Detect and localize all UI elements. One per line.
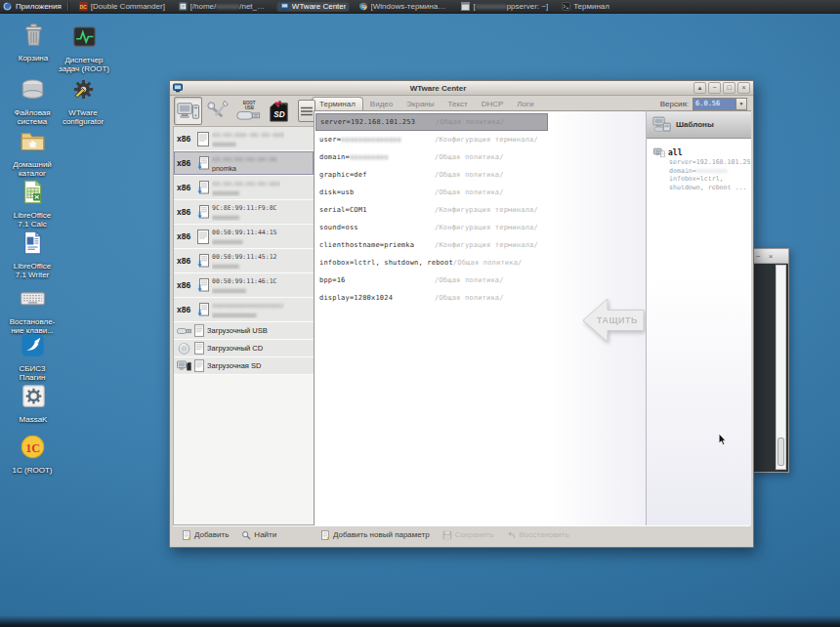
version-combobox[interactable]: 6.0.56 ▼ <box>693 98 747 110</box>
terminal-row[interactable]: x86xxxxxxxxxxxxxxxxxx/xxxxxxxxxxxxx <box>174 298 314 322</box>
parameter-actions: Добавить новый параметрСохранитьВосстано… <box>314 527 750 542</box>
window-minimize-button[interactable]: − <box>708 82 721 94</box>
scrollbar-thumb[interactable] <box>777 438 784 466</box>
desktop-icon-wtware-configurator[interactable]: WTware configurator <box>56 76 110 126</box>
window-maximize-button[interactable]: □ <box>723 82 735 94</box>
applications-menu[interactable]: Приложения <box>16 2 62 11</box>
massak-icon <box>21 383 47 409</box>
action-save[interactable]: Сохранить <box>442 530 494 540</box>
param-row[interactable]: disk=usb/Общая политика/ <box>315 184 549 201</box>
text-editor-icon <box>179 2 188 11</box>
param-row[interactable]: display=1280x1024/Общая политика/ <box>315 289 549 307</box>
taskbar-task[interactable]: DC[Double Commander] <box>75 1 169 12</box>
param-row[interactable]: domain=xxxxxxxxx/Общая политика/ <box>315 148 549 166</box>
taskbar-task[interactable]: [xxxxxxxxppserver: ~] <box>457 1 552 12</box>
param-text: user=xxxxxxxxxxxxxx <box>319 136 435 144</box>
terminal-row[interactable]: x869C:8E:99:11:F9:8Cxxxxxxxx <box>174 200 314 225</box>
terminal-row[interactable]: x8600:50:99:11:45:12xxxxxxxx <box>174 249 314 273</box>
action-undo[interactable]: Восстановить <box>506 530 568 540</box>
toolbar-tools-button[interactable] <box>204 97 232 125</box>
save-icon <box>442 530 452 540</box>
action-label: Добавить новый параметр <box>333 530 430 539</box>
taskbar-task[interactable]: Терминал <box>558 1 613 12</box>
action-search[interactable]: Найти <box>241 530 276 540</box>
desktop-icon-libreoffice-calc[interactable]: LibreOffice 7.1 Calc <box>5 179 60 229</box>
tab-Терминал[interactable]: Терминал <box>312 97 363 111</box>
tab-Экраны[interactable]: Экраны <box>399 98 441 111</box>
taskbar-task[interactable]: [Windows-терминалы ... <box>356 1 451 12</box>
param-row[interactable]: serial=COM1/Конфигурация терминала/ <box>315 201 549 219</box>
window-icon <box>461 2 470 11</box>
template-items: allserver=192.168.101.253domain=xxxxxxxx… <box>647 139 751 191</box>
background-window-minimize-button[interactable]: − <box>756 252 761 261</box>
window-rollup-button[interactable]: ▴ <box>693 82 706 94</box>
param-text: infobox=lctrl, shutdown, reboot <box>319 259 453 267</box>
terminal-name: xxxxxxxxxxxxx <box>212 312 284 318</box>
action-new-doc[interactable]: Добавить <box>182 530 229 540</box>
toolbar-boot-usb-button[interactable]: BOOTUSB <box>234 97 263 125</box>
doc-arrow-icon <box>197 278 209 293</box>
taskbar-task-label: [xxxxxxxxppserver: ~] <box>473 2 548 11</box>
param-row[interactable]: infobox=lctrl, shutdown, reboot/Общая по… <box>315 254 549 272</box>
boot-row[interactable]: Загрузочная SD <box>174 357 314 375</box>
desktop-icon-1c[interactable]: 1С1С (ROOT) <box>5 434 60 475</box>
desktop-icon-trash[interactable]: Корзина <box>6 21 61 63</box>
svg-text:SD: SD <box>273 110 284 119</box>
doc-arrow-icon <box>197 254 209 269</box>
desktop-icon-label: СБИС3 Плагин <box>5 364 60 382</box>
param-row[interactable]: sound=oss/Конфигурация терминала/ <box>315 219 549 236</box>
terminal-row[interactable]: x8600:50:99:11:46:1Cxxxxxxxxxx <box>174 273 314 298</box>
window-titlebar[interactable]: WTware Center ▴−□× <box>170 81 753 96</box>
param-row[interactable]: graphic=def/Общая политика/ <box>315 166 549 184</box>
tab-strip: ТерминалВидеоЭкраныТекстDHCPЛоги <box>312 95 540 111</box>
param-scope: /Конфигурация терминала/ <box>435 224 538 231</box>
terminal-row[interactable]: x86xx:xx:xxx-xx-xx-xxxxxxxxxx <box>174 127 314 151</box>
param-row[interactable]: bpp=16/Общая политика/ <box>315 272 549 289</box>
background-terminal-window[interactable]: − × <box>750 248 789 473</box>
wtware-center-window: WTware Center ▴−□× ТерминалВидеоЭкраныТе… <box>169 80 754 548</box>
desktop-icon-label: Файловая система <box>5 108 60 126</box>
usb-stick-icon <box>177 325 191 337</box>
version-selector: Версия: 6.0.56 ▼ <box>660 98 747 110</box>
boot-row[interactable]: Загрузочный USB <box>174 322 314 340</box>
template-item[interactable]: allserver=192.168.101.253domain=xxxxxxxx… <box>647 139 751 191</box>
desktop-icon-task-manager[interactable]: Диспетчер задач (ROOT) <box>57 23 111 73</box>
taskbar-task[interactable]: [/home/xxxxxx/net_fil... <box>175 1 271 12</box>
new-doc-icon <box>320 530 330 540</box>
terminal-name: xxxxxxxx <box>212 189 280 196</box>
desktop-icon-label: LibreOffice 7.1 Writer <box>5 262 60 279</box>
desktop-icon-label: 1С (ROOT) <box>5 466 60 475</box>
taskbar-task[interactable]: WTware Center <box>276 1 351 12</box>
desktop-icon-libreoffice-writer[interactable]: LibreOffice 7.1 Writer <box>5 230 60 279</box>
tab-DHCP[interactable]: DHCP <box>475 98 511 111</box>
background-window-close-button[interactable]: × <box>769 252 774 261</box>
desktop-icon-keyboard-restore[interactable]: Востановле- ние клави... <box>5 285 60 335</box>
desktop-icon-sbis-plugin[interactable]: СБИС3 Плагин <box>5 332 60 382</box>
background-window-titlebar[interactable]: − × <box>751 249 788 264</box>
desktop-icon-home[interactable]: Домашний каталог <box>5 128 60 178</box>
param-scope: /Конфигурация терминала/ <box>435 136 538 144</box>
template-name: all <box>668 148 682 157</box>
param-row[interactable]: user=xxxxxxxxxxxxxx/Конфигурация термина… <box>315 131 549 148</box>
desktop-icon-filesystem[interactable]: Файловая система <box>5 76 60 126</box>
param-text: bpp=16 <box>319 276 435 284</box>
toolbar-terminals-button[interactable] <box>174 97 202 125</box>
window-close-button[interactable]: × <box>737 82 750 94</box>
terminal-mac: 00:50:99:11:44:15 <box>212 229 277 236</box>
action-new-doc[interactable]: Добавить новый параметр <box>320 530 430 540</box>
terminal-row[interactable]: x8600:50:99:11:44:15xxxxxxxxx <box>174 225 314 249</box>
param-row[interactable]: clienthostname=priemka/Конфигурация терм… <box>315 236 549 254</box>
tab-Видео[interactable]: Видео <box>363 98 399 111</box>
tab-Текст[interactable]: Текст <box>441 98 475 111</box>
combo-dropdown-icon[interactable]: ▼ <box>735 99 746 109</box>
boot-label: Загрузочный USB <box>207 326 268 335</box>
desktop-icon-massak[interactable]: MassaK <box>6 383 61 424</box>
terminal-row[interactable]: x86xx:xx:xx:xx:xx:xxxxxxxxxxx <box>174 176 314 200</box>
tab-Логи[interactable]: Логи <box>510 98 540 111</box>
sbis-plugin-icon <box>20 332 46 358</box>
background-window-scrollbar[interactable] <box>776 265 786 470</box>
terminal-row[interactable]: x86xx:xx:xx:xx:xx:xxpnomka <box>174 151 314 176</box>
boot-row[interactable]: Загрузочный CD <box>174 340 314 357</box>
toolbar-boot-sd-button[interactable]: SD <box>265 97 293 125</box>
param-row[interactable]: server=192.168.101.253/Общая политика/ <box>315 113 548 131</box>
